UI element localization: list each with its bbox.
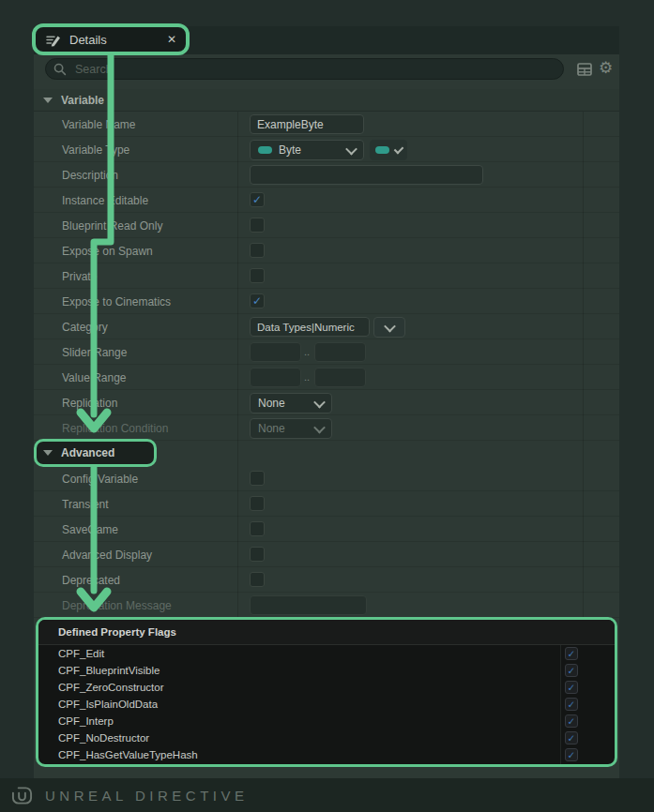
flag-row: CPF_IsPlainOldData ✓ [38,696,615,713]
flag-checkbox[interactable]: ✓ [565,681,578,694]
row-label: Instance Editable [62,194,148,207]
search-input[interactable] [73,62,555,77]
section-header-advanced[interactable]: Advanced [34,440,619,465]
description-input[interactable] [250,165,483,185]
flag-row: CPF_Interp ✓ [38,713,615,729]
chevron-down-icon [345,143,357,155]
screenshot-root: ⚙ Variable Variable Name Variable Type B… [0,0,654,812]
row-label: Variable Type [62,143,129,157]
row-expose-to-cinematics: Expose to Cinematics ✓ [34,289,619,314]
details-panel: ⚙ Variable Variable Name Variable Type B… [34,26,619,778]
row-savegame: SaveGame [34,517,619,542]
row-label: SaveGame [62,523,118,536]
collapse-arrow-icon [43,450,53,456]
row-label: Replication [62,397,117,410]
row-category: Category [34,314,619,339]
row-label: Category [62,321,108,334]
category-dropdown-button[interactable] [373,317,405,338]
advanced-display-checkbox[interactable] [250,547,265,562]
section-header-variable[interactable]: Variable [34,89,619,112]
defined-property-flags-header: Defined Property Flags [38,620,615,645]
slider-range-min-input[interactable] [250,342,301,362]
range-separator: .. [304,371,310,383]
flag-row: CPF_HasGetValueTypeHash ✓ [38,746,615,763]
close-icon[interactable]: ✕ [167,33,176,46]
row-replication: Replication None [34,390,619,415]
flag-name: CPF_NoDestructor [58,732,149,744]
flag-row: CPF_BlueprintVisible ✓ [38,662,615,679]
flag-name: CPF_IsPlainOldData [58,699,158,710]
flag-checkbox[interactable]: ✓ [565,664,578,677]
details-pencil-icon [45,32,61,48]
row-label: Value Range [62,371,127,384]
flag-checkbox[interactable]: ✓ [565,698,578,711]
byte-type-pill-icon [258,146,272,154]
flag-row: CPF_ZeroConstructor ✓ [38,679,615,696]
flag-name: CPF_HasGetValueTypeHash [58,749,198,760]
deprecated-checkbox[interactable] [250,572,265,587]
private-checkbox[interactable] [250,268,265,283]
row-replication-condition: Replication Condition None [34,415,619,441]
search-box[interactable] [45,58,564,80]
value-range-min-input[interactable] [250,368,301,387]
flag-row: CPF_Edit ✓ [38,645,615,662]
row-private: Private [34,263,619,289]
transient-checkbox[interactable] [250,496,265,511]
flag-checkbox[interactable]: ✓ [565,731,578,744]
replication-value: None [258,397,285,410]
flag-name: CPF_Edit [58,648,104,659]
deprecation-message-input[interactable] [250,595,367,615]
replication-dropdown[interactable]: None [250,393,332,414]
row-label: Transient [62,498,109,511]
container-type-dropdown[interactable] [370,140,407,160]
row-label: Private [62,270,97,283]
row-instance-editable: Instance Editable ✓ [34,188,619,213]
expose-on-spawn-checkbox[interactable] [250,243,265,258]
chevron-down-icon [313,421,326,433]
tab-title: Details [69,33,107,47]
row-description: Description [34,162,619,188]
row-slider-range: Slider Range .. [34,339,619,365]
flag-checkbox[interactable]: ✓ [565,714,578,728]
instance-editable-checkbox[interactable]: ✓ [250,192,265,207]
row-transient: Transient [34,491,619,517]
flag-row: CPF_NoDestructor ✓ [38,729,615,746]
value-range-max-input[interactable] [314,368,366,387]
settings-gear-icon[interactable]: ⚙ [599,58,616,75]
property-matrix-icon[interactable] [576,61,593,78]
range-separator: .. [304,346,310,357]
defined-property-flags-panel: Defined Property Flags CPF_Edit ✓ CPF_Bl… [36,617,617,767]
expose-to-cinematics-checkbox[interactable]: ✓ [250,293,265,308]
row-label: Expose to Cinematics [62,295,171,308]
blueprint-read-only-checkbox[interactable] [250,218,265,233]
flag-checkbox[interactable]: ✓ [565,748,578,761]
config-variable-checkbox[interactable] [250,471,265,486]
row-label: Advanced Display [62,549,152,562]
row-label: Config Variable [62,473,138,486]
variable-type-dropdown[interactable]: Byte [250,140,364,160]
category-input[interactable] [250,317,370,337]
chevron-down-icon [384,320,396,332]
savegame-checkbox[interactable] [250,521,265,536]
collapse-arrow-icon [43,98,53,103]
row-label: Slider Range [62,346,127,359]
variable-type-value: Byte [279,143,301,157]
details-tab[interactable]: Details ✕ [32,23,190,55]
byte-type-pill-icon [375,146,389,154]
row-label: Variable Name [62,118,135,131]
search-icon [53,63,67,76]
replication-condition-value: None [258,422,285,435]
row-variable-type: Variable Type Byte [34,137,619,162]
row-value-range: Value Range .. [34,365,619,390]
row-expose-on-spawn: Expose on Spawn [34,238,619,263]
row-deprecation-message: Deprecation Message [34,593,619,618]
row-label: Deprecation Message [62,599,172,612]
unreal-directive-logo-icon [11,785,33,806]
slider-range-max-input[interactable] [314,342,366,362]
variable-name-input[interactable] [250,114,364,134]
replication-condition-dropdown[interactable]: None [250,418,332,439]
flag-checkbox[interactable]: ✓ [565,647,578,660]
flag-name: CPF_ZeroConstructor [58,682,163,693]
footer-bar: UNREAL DIRECTIVE [0,778,654,812]
row-config-variable: Config Variable [34,466,619,491]
